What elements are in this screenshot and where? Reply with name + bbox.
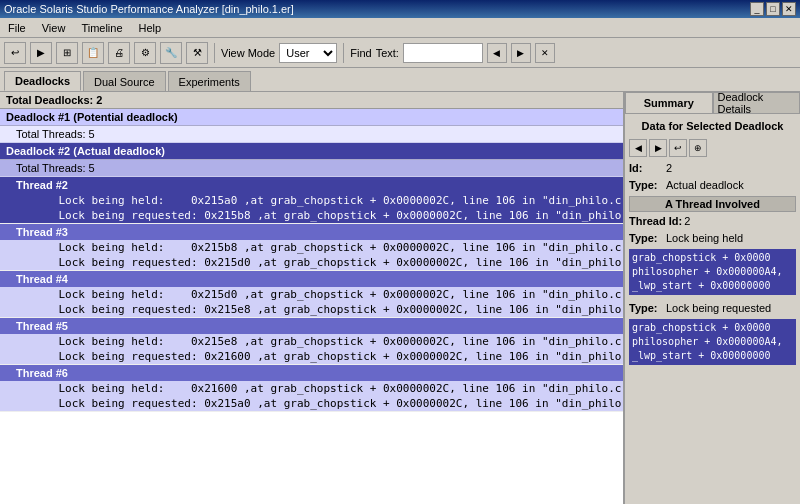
toolbar-btn-1[interactable]: ↩	[4, 42, 26, 64]
type-requested-row: Type: Lock being requested	[629, 302, 796, 314]
thread-id-value: 2	[684, 215, 690, 227]
find-next-btn[interactable]: ▶	[511, 43, 531, 63]
title-bar: Oracle Solaris Studio Performance Analyz…	[0, 0, 800, 18]
type-requested-value: Lock being requested	[666, 302, 771, 314]
type-label: Type:	[629, 179, 664, 191]
lock-row-5-req[interactable]: Lock being requested: 0x21600 ,at grab_c…	[0, 349, 623, 364]
deadlock-header-2[interactable]: Deadlock #2 (Actual deadlock)	[0, 143, 623, 160]
right-tab-summary[interactable]: Summary	[625, 92, 713, 113]
find-label: Find	[350, 47, 371, 59]
toolbar-btn-2[interactable]: ▶	[30, 42, 52, 64]
section-title: Data for Selected Deadlock	[629, 118, 796, 134]
lock-row-5-held[interactable]: Lock being held: 0x215e8 ,at grab_chopst…	[0, 334, 623, 349]
rtb-back[interactable]: ◀	[629, 139, 647, 157]
rtb-forward[interactable]: ▶	[649, 139, 667, 157]
total-deadlocks: Total Deadlocks: 2	[0, 92, 623, 109]
thread-item-5: Thread #5 Lock being held: 0x215e8 ,at g…	[0, 318, 623, 365]
thread-type-row: Type: Lock being held	[629, 232, 796, 244]
thread-header-6[interactable]: Thread #6	[0, 365, 623, 381]
minimize-button[interactable]: _	[750, 2, 764, 16]
menu-file[interactable]: File	[4, 20, 30, 36]
thread-header-3[interactable]: Thread #3	[0, 224, 623, 240]
thread-item-3: Thread #3 Lock being held: 0x215b8 ,at g…	[0, 224, 623, 271]
thread-type-label: Type:	[629, 232, 664, 244]
view-mode-select[interactable]: User Expert	[279, 43, 337, 63]
toolbar: ↩ ▶ ⊞ 📋 🖨 ⚙ 🔧 ⚒ View Mode User Expert Fi…	[0, 38, 800, 68]
right-panel: Summary Deadlock Details Data for Select…	[625, 92, 800, 504]
lock-row-3-req[interactable]: Lock being requested: 0x215d0 ,at grab_c…	[0, 255, 623, 270]
thread-type-value: Lock being held	[666, 232, 743, 244]
stack-held: grab_chopstick + 0x0000 philosopher + 0x…	[629, 249, 796, 295]
thread-header-4[interactable]: Thread #4	[0, 271, 623, 287]
find-group: Find Text:	[350, 43, 483, 63]
lock-row-2-held[interactable]: Lock being held: 0x215a0 ,at grab_chopst…	[0, 193, 623, 208]
id-value: 2	[666, 162, 672, 174]
tab-deadlocks[interactable]: Deadlocks	[4, 71, 81, 91]
thread-header-2[interactable]: Thread #2	[0, 177, 623, 193]
total-threads-1: Total Threads: 5	[0, 126, 623, 143]
tab-experiments[interactable]: Experiments	[168, 71, 251, 91]
thread-id-row: Thread Id: 2	[629, 215, 796, 227]
text-label: Text:	[376, 47, 399, 59]
find-clear-btn[interactable]: ✕	[535, 43, 555, 63]
toolbar-btn-5[interactable]: 🖨	[108, 42, 130, 64]
toolbar-btn-8[interactable]: ⚒	[186, 42, 208, 64]
lock-row-3-held[interactable]: Lock being held: 0x215b8 ,at grab_chopst…	[0, 240, 623, 255]
maximize-button[interactable]: □	[766, 2, 780, 16]
left-panel: Total Deadlocks: 2 Deadlock #1 (Potentia…	[0, 92, 625, 504]
type-row: Type: Actual deadlock	[629, 179, 796, 191]
lock-row-6-req[interactable]: Lock being requested: 0x215a0 ,at grab_c…	[0, 396, 623, 411]
main-area: Total Deadlocks: 2 Deadlock #1 (Potentia…	[0, 92, 800, 504]
right-tab-deadlock-details[interactable]: Deadlock Details	[713, 92, 801, 113]
type-value: Actual deadlock	[666, 179, 744, 191]
subsection-title: A Thread Involved	[629, 196, 796, 212]
thread-item-2: Thread #2 Lock being held: 0x215a0 ,at g…	[0, 177, 623, 224]
toolbar-btn-7[interactable]: 🔧	[160, 42, 182, 64]
lock-row-4-req[interactable]: Lock being requested: 0x215e8 ,at grab_c…	[0, 302, 623, 317]
right-toolbar: ◀ ▶ ↩ ⊕	[629, 137, 796, 159]
type-requested-label: Type:	[629, 302, 664, 314]
close-button[interactable]: ✕	[782, 2, 796, 16]
thread-header-5[interactable]: Thread #5	[0, 318, 623, 334]
deadlock-list[interactable]: Deadlock #1 (Potential deadlock) Total T…	[0, 109, 623, 504]
main-tab-bar: Deadlocks Dual Source Experiments	[0, 68, 800, 92]
total-threads-2: Total Threads: 5	[0, 160, 623, 177]
toolbar-btn-6[interactable]: ⚙	[134, 42, 156, 64]
menu-timeline[interactable]: Timeline	[77, 20, 126, 36]
toolbar-btn-3[interactable]: ⊞	[56, 42, 78, 64]
thread-item-4: Thread #4 Lock being held: 0x215d0 ,at g…	[0, 271, 623, 318]
view-mode-label: View Mode	[221, 47, 275, 59]
toolbar-sep-2	[343, 43, 344, 63]
thread-id-label: Thread Id:	[629, 215, 682, 227]
stack-requested: grab_chopstick + 0x0000 philosopher + 0x…	[629, 319, 796, 365]
lock-row-6-held[interactable]: Lock being held: 0x21600 ,at grab_chopst…	[0, 381, 623, 396]
tab-dual-source[interactable]: Dual Source	[83, 71, 166, 91]
thread-item-6: Thread #6 Lock being held: 0x21600 ,at g…	[0, 365, 623, 412]
lock-row-2-req[interactable]: Lock being requested: 0x215b8 ,at grab_c…	[0, 208, 623, 223]
window-controls: _ □ ✕	[750, 2, 796, 16]
find-input[interactable]	[403, 43, 483, 63]
menu-view[interactable]: View	[38, 20, 70, 36]
deadlock-header-1[interactable]: Deadlock #1 (Potential deadlock)	[0, 109, 623, 126]
right-content: Data for Selected Deadlock ◀ ▶ ↩ ⊕ Id: 2…	[625, 114, 800, 504]
toolbar-sep-1	[214, 43, 215, 63]
menu-help[interactable]: Help	[135, 20, 166, 36]
menu-bar: File View Timeline Help	[0, 18, 800, 38]
deadlock-group-1: Deadlock #1 (Potential deadlock) Total T…	[0, 109, 623, 143]
toolbar-btn-4[interactable]: 📋	[82, 42, 104, 64]
window-title: Oracle Solaris Studio Performance Analyz…	[4, 3, 294, 15]
deadlock-group-2: Deadlock #2 (Actual deadlock) Total Thre…	[0, 143, 623, 412]
right-tab-bar: Summary Deadlock Details	[625, 92, 800, 114]
lock-row-4-held[interactable]: Lock being held: 0x215d0 ,at grab_chopst…	[0, 287, 623, 302]
id-label: Id:	[629, 162, 664, 174]
view-mode-group: View Mode User Expert	[221, 43, 337, 63]
id-row: Id: 2	[629, 162, 796, 174]
find-prev-btn[interactable]: ◀	[487, 43, 507, 63]
rtb-expand[interactable]: ⊕	[689, 139, 707, 157]
rtb-reset[interactable]: ↩	[669, 139, 687, 157]
